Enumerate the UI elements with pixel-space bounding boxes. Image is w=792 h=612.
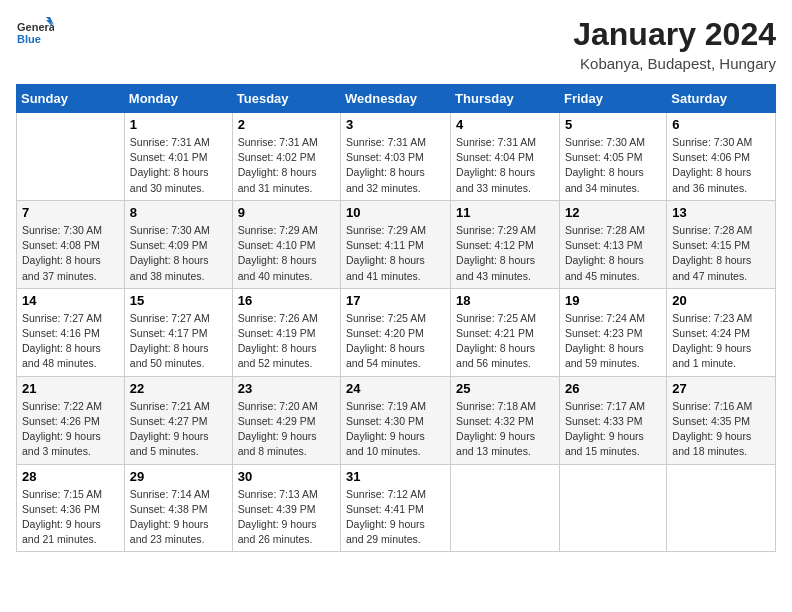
month-year-title: January 2024 — [573, 16, 776, 53]
day-info: Sunrise: 7:13 AMSunset: 4:39 PMDaylight:… — [238, 487, 335, 548]
day-info: Sunrise: 7:31 AMSunset: 4:04 PMDaylight:… — [456, 135, 554, 196]
day-info: Sunrise: 7:23 AMSunset: 4:24 PMDaylight:… — [672, 311, 770, 372]
day-number: 8 — [130, 205, 227, 220]
day-info: Sunrise: 7:18 AMSunset: 4:32 PMDaylight:… — [456, 399, 554, 460]
calendar-cell: 26Sunrise: 7:17 AMSunset: 4:33 PMDayligh… — [559, 376, 666, 464]
day-info: Sunrise: 7:25 AMSunset: 4:21 PMDaylight:… — [456, 311, 554, 372]
day-number: 14 — [22, 293, 119, 308]
day-info: Sunrise: 7:15 AMSunset: 4:36 PMDaylight:… — [22, 487, 119, 548]
day-info: Sunrise: 7:19 AMSunset: 4:30 PMDaylight:… — [346, 399, 445, 460]
day-number: 11 — [456, 205, 554, 220]
day-info: Sunrise: 7:28 AMSunset: 4:15 PMDaylight:… — [672, 223, 770, 284]
day-info: Sunrise: 7:27 AMSunset: 4:17 PMDaylight:… — [130, 311, 227, 372]
day-info: Sunrise: 7:29 AMSunset: 4:12 PMDaylight:… — [456, 223, 554, 284]
calendar-cell: 28Sunrise: 7:15 AMSunset: 4:36 PMDayligh… — [17, 464, 125, 552]
calendar-cell: 11Sunrise: 7:29 AMSunset: 4:12 PMDayligh… — [451, 200, 560, 288]
calendar-cell: 3Sunrise: 7:31 AMSunset: 4:03 PMDaylight… — [341, 113, 451, 201]
header: General Blue January 2024 Kobanya, Budap… — [16, 16, 776, 72]
day-number: 28 — [22, 469, 119, 484]
calendar-table: SundayMondayTuesdayWednesdayThursdayFrid… — [16, 84, 776, 552]
day-number: 26 — [565, 381, 661, 396]
calendar-cell — [17, 113, 125, 201]
day-number: 2 — [238, 117, 335, 132]
day-info: Sunrise: 7:17 AMSunset: 4:33 PMDaylight:… — [565, 399, 661, 460]
day-number: 7 — [22, 205, 119, 220]
day-number: 19 — [565, 293, 661, 308]
calendar-cell: 27Sunrise: 7:16 AMSunset: 4:35 PMDayligh… — [667, 376, 776, 464]
calendar-cell: 4Sunrise: 7:31 AMSunset: 4:04 PMDaylight… — [451, 113, 560, 201]
day-info: Sunrise: 7:22 AMSunset: 4:26 PMDaylight:… — [22, 399, 119, 460]
day-info: Sunrise: 7:30 AMSunset: 4:09 PMDaylight:… — [130, 223, 227, 284]
calendar-cell: 14Sunrise: 7:27 AMSunset: 4:16 PMDayligh… — [17, 288, 125, 376]
day-number: 13 — [672, 205, 770, 220]
day-info: Sunrise: 7:24 AMSunset: 4:23 PMDaylight:… — [565, 311, 661, 372]
day-number: 17 — [346, 293, 445, 308]
calendar-header-row: SundayMondayTuesdayWednesdayThursdayFrid… — [17, 85, 776, 113]
svg-text:Blue: Blue — [17, 33, 41, 45]
day-number: 29 — [130, 469, 227, 484]
day-number: 4 — [456, 117, 554, 132]
calendar-cell: 25Sunrise: 7:18 AMSunset: 4:32 PMDayligh… — [451, 376, 560, 464]
day-number: 25 — [456, 381, 554, 396]
column-header-wednesday: Wednesday — [341, 85, 451, 113]
calendar-cell — [559, 464, 666, 552]
calendar-week-1: 1Sunrise: 7:31 AMSunset: 4:01 PMDaylight… — [17, 113, 776, 201]
calendar-cell: 2Sunrise: 7:31 AMSunset: 4:02 PMDaylight… — [232, 113, 340, 201]
day-info: Sunrise: 7:31 AMSunset: 4:01 PMDaylight:… — [130, 135, 227, 196]
svg-text:General: General — [17, 21, 54, 33]
logo-mark: General Blue — [16, 16, 54, 54]
calendar-cell: 10Sunrise: 7:29 AMSunset: 4:11 PMDayligh… — [341, 200, 451, 288]
day-info: Sunrise: 7:30 AMSunset: 4:06 PMDaylight:… — [672, 135, 770, 196]
calendar-week-4: 21Sunrise: 7:22 AMSunset: 4:26 PMDayligh… — [17, 376, 776, 464]
column-header-saturday: Saturday — [667, 85, 776, 113]
day-info: Sunrise: 7:29 AMSunset: 4:10 PMDaylight:… — [238, 223, 335, 284]
calendar-cell: 8Sunrise: 7:30 AMSunset: 4:09 PMDaylight… — [124, 200, 232, 288]
day-info: Sunrise: 7:28 AMSunset: 4:13 PMDaylight:… — [565, 223, 661, 284]
calendar-week-3: 14Sunrise: 7:27 AMSunset: 4:16 PMDayligh… — [17, 288, 776, 376]
day-info: Sunrise: 7:29 AMSunset: 4:11 PMDaylight:… — [346, 223, 445, 284]
day-number: 9 — [238, 205, 335, 220]
calendar-cell — [451, 464, 560, 552]
day-info: Sunrise: 7:14 AMSunset: 4:38 PMDaylight:… — [130, 487, 227, 548]
calendar-cell: 13Sunrise: 7:28 AMSunset: 4:15 PMDayligh… — [667, 200, 776, 288]
day-info: Sunrise: 7:21 AMSunset: 4:27 PMDaylight:… — [130, 399, 227, 460]
calendar-cell: 12Sunrise: 7:28 AMSunset: 4:13 PMDayligh… — [559, 200, 666, 288]
day-info: Sunrise: 7:20 AMSunset: 4:29 PMDaylight:… — [238, 399, 335, 460]
day-info: Sunrise: 7:27 AMSunset: 4:16 PMDaylight:… — [22, 311, 119, 372]
day-info: Sunrise: 7:12 AMSunset: 4:41 PMDaylight:… — [346, 487, 445, 548]
day-info: Sunrise: 7:31 AMSunset: 4:02 PMDaylight:… — [238, 135, 335, 196]
logo-icon: General Blue — [16, 16, 54, 54]
logo: General Blue — [16, 16, 54, 54]
day-number: 30 — [238, 469, 335, 484]
day-number: 16 — [238, 293, 335, 308]
day-info: Sunrise: 7:31 AMSunset: 4:03 PMDaylight:… — [346, 135, 445, 196]
calendar-cell: 20Sunrise: 7:23 AMSunset: 4:24 PMDayligh… — [667, 288, 776, 376]
day-number: 31 — [346, 469, 445, 484]
calendar-cell: 5Sunrise: 7:30 AMSunset: 4:05 PMDaylight… — [559, 113, 666, 201]
calendar-cell: 18Sunrise: 7:25 AMSunset: 4:21 PMDayligh… — [451, 288, 560, 376]
column-header-monday: Monday — [124, 85, 232, 113]
calendar-cell: 9Sunrise: 7:29 AMSunset: 4:10 PMDaylight… — [232, 200, 340, 288]
day-number: 5 — [565, 117, 661, 132]
calendar-cell: 17Sunrise: 7:25 AMSunset: 4:20 PMDayligh… — [341, 288, 451, 376]
calendar-cell: 30Sunrise: 7:13 AMSunset: 4:39 PMDayligh… — [232, 464, 340, 552]
calendar-cell: 16Sunrise: 7:26 AMSunset: 4:19 PMDayligh… — [232, 288, 340, 376]
day-number: 27 — [672, 381, 770, 396]
column-header-thursday: Thursday — [451, 85, 560, 113]
day-number: 3 — [346, 117, 445, 132]
location-subtitle: Kobanya, Budapest, Hungary — [573, 55, 776, 72]
calendar-cell: 22Sunrise: 7:21 AMSunset: 4:27 PMDayligh… — [124, 376, 232, 464]
day-info: Sunrise: 7:25 AMSunset: 4:20 PMDaylight:… — [346, 311, 445, 372]
column-header-tuesday: Tuesday — [232, 85, 340, 113]
day-info: Sunrise: 7:16 AMSunset: 4:35 PMDaylight:… — [672, 399, 770, 460]
calendar-cell: 23Sunrise: 7:20 AMSunset: 4:29 PMDayligh… — [232, 376, 340, 464]
calendar-cell: 6Sunrise: 7:30 AMSunset: 4:06 PMDaylight… — [667, 113, 776, 201]
day-number: 21 — [22, 381, 119, 396]
day-number: 10 — [346, 205, 445, 220]
calendar-cell: 21Sunrise: 7:22 AMSunset: 4:26 PMDayligh… — [17, 376, 125, 464]
calendar-cell: 15Sunrise: 7:27 AMSunset: 4:17 PMDayligh… — [124, 288, 232, 376]
day-number: 24 — [346, 381, 445, 396]
calendar-week-2: 7Sunrise: 7:30 AMSunset: 4:08 PMDaylight… — [17, 200, 776, 288]
calendar-cell: 31Sunrise: 7:12 AMSunset: 4:41 PMDayligh… — [341, 464, 451, 552]
calendar-cell — [667, 464, 776, 552]
